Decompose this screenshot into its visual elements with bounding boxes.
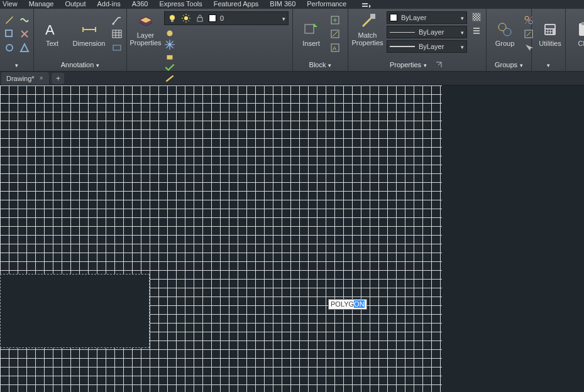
draw-tool-5-icon[interactable] bbox=[19, 28, 30, 40]
layer-make-current-icon[interactable] bbox=[164, 62, 175, 73]
svg-text:A: A bbox=[333, 45, 336, 52]
menu-express-tools[interactable]: Express Tools bbox=[159, 0, 202, 8]
svg-rect-39 bbox=[551, 32, 553, 34]
svg-rect-35 bbox=[548, 30, 550, 31]
current-layer-dropdown[interactable]: 0 bbox=[164, 11, 289, 25]
utilities-label: Utilities bbox=[539, 40, 561, 47]
svg-point-6 bbox=[170, 15, 175, 20]
draw-tool-2-icon[interactable] bbox=[4, 28, 15, 40]
svg-rect-33 bbox=[546, 25, 554, 28]
close-tab-icon[interactable]: × bbox=[40, 75, 43, 82]
dynamic-input-tooltip[interactable]: POLYGON bbox=[328, 299, 367, 310]
panel-properties-title: Properties bbox=[390, 61, 421, 68]
draw-tool-1-icon[interactable] bbox=[4, 14, 15, 26]
lightbulb-icon bbox=[167, 13, 177, 23]
linetype-caret-icon bbox=[461, 28, 464, 36]
layer-properties-button[interactable]: Layer Properties bbox=[131, 11, 160, 48]
edit-attribute-icon[interactable]: A bbox=[329, 42, 341, 53]
insert-button[interactable]: Insert bbox=[297, 19, 326, 48]
menu-view[interactable]: View bbox=[3, 0, 18, 8]
panel-properties: Match Properties ByLayer ByLayer ByLayer bbox=[348, 9, 487, 71]
svg-rect-23 bbox=[370, 14, 375, 19]
layer-match-icon[interactable] bbox=[164, 73, 175, 84]
draw-tool-4-icon[interactable] bbox=[19, 14, 30, 26]
group-label: Group bbox=[495, 40, 515, 47]
menu-a360[interactable]: A360 bbox=[132, 0, 148, 8]
layer-lock-icon[interactable] bbox=[164, 50, 175, 62]
object-color-dropdown[interactable]: ByLayer bbox=[387, 11, 467, 24]
create-block-icon[interactable] bbox=[329, 14, 341, 26]
linetype-value: ByLayer bbox=[419, 28, 457, 36]
svg-rect-41 bbox=[581, 22, 584, 25]
svg-point-1 bbox=[6, 45, 13, 51]
svg-point-28 bbox=[504, 28, 511, 36]
layer-properties-label: Layer Properties bbox=[129, 31, 161, 46]
svg-rect-36 bbox=[551, 30, 553, 31]
menu-bar: View Manage Output Add-ins A360 Express … bbox=[0, 0, 584, 9]
svg-point-29 bbox=[525, 16, 529, 20]
linetype-dropdown[interactable]: ByLayer bbox=[387, 26, 467, 38]
panel-block-title: Block bbox=[309, 61, 326, 68]
match-properties-button[interactable]: Match Properties bbox=[352, 11, 383, 48]
draw-tool-6-icon[interactable] bbox=[19, 42, 30, 53]
svg-rect-5 bbox=[113, 45, 121, 50]
leader-icon[interactable] bbox=[111, 14, 123, 26]
panel-utilities: Utilities bbox=[532, 9, 566, 71]
menu-addins[interactable]: Add-ins bbox=[97, 0, 120, 8]
menu-output[interactable]: Output bbox=[65, 0, 85, 8]
clipboard-label: Clip bbox=[578, 40, 584, 47]
svg-point-27 bbox=[499, 23, 506, 31]
panel-groups-caret-icon[interactable] bbox=[520, 61, 523, 68]
utilities-button[interactable]: Utilities bbox=[536, 19, 565, 48]
match-properties-label: Match Properties bbox=[351, 31, 383, 46]
svg-rect-4 bbox=[113, 30, 121, 38]
linetype-icon bbox=[390, 32, 415, 33]
drawing-canvas[interactable]: POLYGON bbox=[0, 85, 584, 392]
svg-point-3 bbox=[113, 23, 114, 24]
properties-dialog-launcher-icon[interactable] bbox=[433, 59, 444, 70]
menu-bim360[interactable]: BIM 360 bbox=[270, 0, 295, 8]
command-typed-text: POLYG bbox=[331, 300, 354, 308]
panel-annotation-caret-icon[interactable] bbox=[96, 61, 99, 68]
svg-text:A: A bbox=[45, 22, 55, 38]
anno-extra-icon[interactable] bbox=[111, 42, 123, 53]
list-icon[interactable] bbox=[471, 25, 482, 36]
lineweight-dropdown[interactable]: ByLayer bbox=[387, 40, 467, 53]
menu-manage[interactable]: Manage bbox=[29, 0, 54, 8]
transparency-icon[interactable] bbox=[471, 11, 482, 23]
text-label: Text bbox=[46, 40, 58, 47]
new-tab-button[interactable]: + bbox=[52, 73, 64, 84]
document-tab[interactable]: Drawing* × bbox=[1, 72, 49, 85]
document-tab-title: Drawing* bbox=[6, 75, 35, 82]
panel-block-caret-icon[interactable] bbox=[328, 61, 331, 68]
panel-clipboard: Clip bbox=[566, 9, 584, 71]
menu-featured-apps[interactable]: Featured Apps bbox=[214, 0, 259, 8]
clipboard-button[interactable]: Clip bbox=[570, 19, 584, 48]
dimension-button[interactable]: Dimension bbox=[70, 19, 107, 48]
svg-rect-24 bbox=[473, 13, 480, 21]
panel-properties-caret-icon[interactable] bbox=[424, 61, 427, 68]
layer-off-icon[interactable] bbox=[164, 28, 175, 39]
panel-annotation-title: Annotation bbox=[61, 61, 94, 68]
menu-performance[interactable]: Performance bbox=[307, 0, 346, 8]
svg-point-10 bbox=[167, 31, 173, 36]
command-autocomplete-text: ON bbox=[354, 300, 365, 308]
svg-rect-7 bbox=[171, 20, 174, 22]
group-button[interactable]: Group bbox=[490, 19, 519, 48]
svg-rect-34 bbox=[546, 30, 548, 31]
svg-rect-37 bbox=[546, 32, 548, 34]
layer-freeze-icon[interactable] bbox=[164, 39, 175, 50]
layer-color-swatch bbox=[209, 14, 216, 22]
text-button[interactable]: A Text bbox=[38, 19, 67, 48]
svg-rect-38 bbox=[548, 32, 550, 34]
color-caret-icon bbox=[461, 14, 464, 21]
svg-rect-0 bbox=[6, 30, 12, 36]
insert-label: Insert bbox=[302, 40, 320, 47]
panel-draw-caret-icon[interactable] bbox=[15, 61, 18, 68]
edit-block-icon[interactable] bbox=[329, 28, 341, 40]
table-icon[interactable] bbox=[111, 28, 123, 40]
draw-tool-3-icon[interactable] bbox=[4, 42, 15, 53]
svg-rect-11 bbox=[167, 55, 173, 60]
panel-utilities-caret-icon[interactable] bbox=[547, 61, 550, 68]
panel-annotation: A Text Dimension Annotation bbox=[34, 9, 127, 71]
